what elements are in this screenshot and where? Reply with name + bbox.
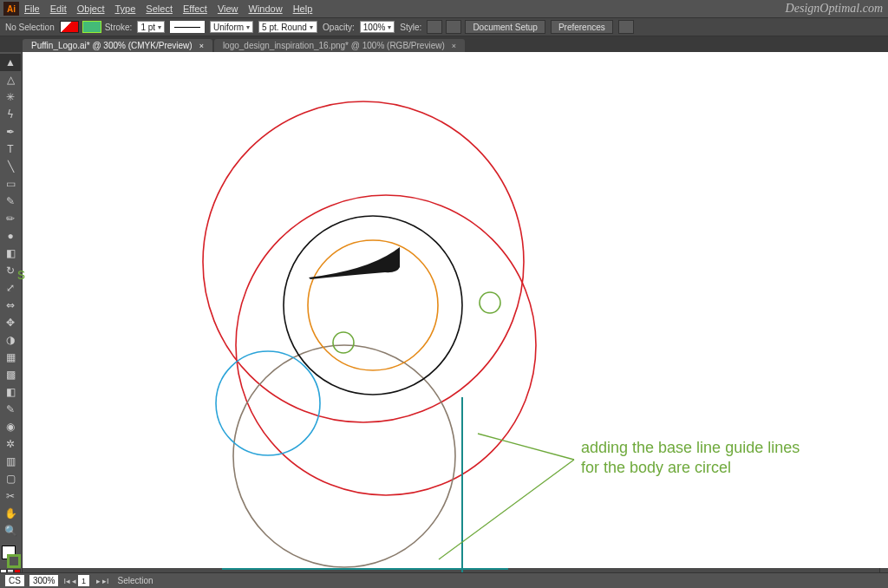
graphic-style-picker[interactable] bbox=[427, 20, 442, 34]
menu-edit[interactable]: Edit bbox=[50, 3, 67, 14]
app-logo: Ai bbox=[3, 2, 19, 16]
menu-window[interactable]: Window bbox=[249, 3, 283, 14]
status-bar: CS 300% I◂ ◂ 1 ▸ ▸I Selection bbox=[0, 572, 888, 588]
tab-inspiration[interactable]: logo_design_inspiration_16.png* @ 100% (… bbox=[214, 39, 465, 52]
lasso-tool[interactable]: ϟ bbox=[0, 106, 21, 123]
pen-tool[interactable]: ✒ bbox=[0, 123, 21, 140]
stroke-label: Stroke: bbox=[105, 23, 133, 32]
svg-point-7 bbox=[333, 332, 354, 353]
shape-builder-tool[interactable]: ◑ bbox=[0, 331, 21, 349]
artboard[interactable]: s adding the base line guide lines for t… bbox=[23, 52, 888, 568]
width-tool[interactable]: ⇔ bbox=[0, 297, 21, 314]
eraser-tool[interactable]: ◧ bbox=[0, 245, 21, 262]
menu-effect[interactable]: Effect bbox=[183, 3, 207, 14]
document-tab-bar: Puffin_Logo.ai* @ 300% (CMYK/Preview) × … bbox=[0, 36, 888, 52]
annotation-text: adding the base line guide lines for the… bbox=[581, 438, 800, 477]
first-icon[interactable]: I◂ bbox=[63, 577, 70, 585]
preferences-button[interactable]: Preferences bbox=[551, 20, 613, 34]
annotation-line-1: adding the base line guide lines bbox=[581, 438, 800, 458]
type-tool[interactable]: T bbox=[0, 140, 21, 158]
svg-point-6 bbox=[480, 292, 500, 313]
last-icon[interactable]: ▸I bbox=[102, 577, 109, 585]
stroke-weight-field[interactable]: 1 pt bbox=[137, 21, 165, 33]
slice-tool[interactable]: ✂ bbox=[0, 487, 21, 505]
svg-point-0 bbox=[203, 101, 524, 422]
pencil-tool[interactable]: ✏ bbox=[0, 210, 21, 227]
menu-select[interactable]: Select bbox=[146, 3, 173, 14]
stroke-uniform-field[interactable]: Uniform bbox=[210, 21, 253, 33]
close-icon[interactable]: × bbox=[452, 42, 456, 50]
opacity-field[interactable]: 100% bbox=[360, 21, 395, 33]
tools-panel: ▲△✳ϟ✒T╲▭✎✏●◧↻⤢⇔✥◑▦▩◧✎◉✲▥▢✂✋🔍 bbox=[0, 52, 23, 586]
svg-point-3 bbox=[216, 351, 320, 455]
fill-stroke-indicator[interactable] bbox=[1, 545, 22, 569]
artwork-svg bbox=[23, 52, 888, 572]
blend-tool[interactable]: ◉ bbox=[0, 418, 21, 435]
annotation-line-2: for the body are circel bbox=[581, 458, 800, 478]
stroke-swatch[interactable] bbox=[82, 21, 101, 33]
selection-state-label: No Selection bbox=[5, 23, 55, 32]
style-label: Style: bbox=[400, 23, 421, 32]
recolor-button[interactable] bbox=[446, 20, 461, 34]
next-icon[interactable]: ▸ bbox=[96, 577, 101, 585]
rectangle-tool[interactable]: ▭ bbox=[0, 175, 21, 193]
menu-view[interactable]: View bbox=[218, 3, 238, 14]
menu-object[interactable]: Object bbox=[77, 3, 105, 14]
blob-brush-tool[interactable]: ● bbox=[0, 227, 21, 245]
svg-point-5 bbox=[308, 240, 438, 370]
mesh-tool[interactable]: ▩ bbox=[0, 366, 21, 383]
tab-label: Puffin_Logo.ai* @ 300% (CMYK/Preview) bbox=[31, 41, 193, 50]
free-transform-tool[interactable]: ✥ bbox=[0, 314, 21, 331]
line-tool[interactable]: ╲ bbox=[0, 158, 21, 175]
fill-swatch[interactable] bbox=[60, 21, 79, 33]
stroke-proxy[interactable] bbox=[7, 554, 21, 568]
stroke-profile-picker[interactable] bbox=[170, 21, 205, 33]
artboard-nav[interactable]: I◂ ◂ 1 ▸ ▸I bbox=[63, 575, 108, 586]
perspective-tool[interactable]: ▦ bbox=[0, 349, 21, 366]
opacity-label: Opacity: bbox=[323, 23, 355, 32]
eyedropper-tool[interactable]: ✎ bbox=[0, 401, 21, 418]
direct-selection-tool[interactable]: △ bbox=[0, 71, 21, 88]
current-tool-label: Selection bbox=[118, 576, 153, 585]
prev-icon[interactable]: ◂ bbox=[72, 577, 76, 585]
svg-point-4 bbox=[284, 216, 462, 395]
paintbrush-tool[interactable]: ✎ bbox=[0, 193, 21, 210]
artboard-index[interactable]: 1 bbox=[78, 575, 89, 586]
control-bar: No Selection Stroke: 1 pt Uniform 5 pt. … bbox=[0, 17, 888, 36]
document-setup-button[interactable]: Document Setup bbox=[465, 20, 545, 34]
magic-wand-tool[interactable]: ✳ bbox=[0, 88, 21, 106]
annotation-fragment: s bbox=[17, 265, 25, 284]
tab-puffin-logo[interactable]: Puffin_Logo.ai* @ 300% (CMYK/Preview) × bbox=[23, 39, 212, 52]
canvas-area[interactable]: s adding the base line guide lines for t… bbox=[23, 52, 879, 571]
brush-definition-field[interactable]: 5 pt. Round bbox=[258, 21, 317, 33]
svg-line-11 bbox=[439, 460, 574, 559]
svg-point-1 bbox=[236, 195, 536, 495]
menu-type[interactable]: Type bbox=[115, 3, 136, 14]
close-icon[interactable]: × bbox=[199, 42, 204, 50]
menu-help[interactable]: Help bbox=[293, 3, 313, 14]
align-panel-button[interactable] bbox=[618, 20, 634, 34]
artboard-tool[interactable]: ▢ bbox=[0, 470, 21, 487]
menu-bar: Ai File Edit Object Type Select Effect V… bbox=[0, 0, 888, 17]
status-cs[interactable]: CS bbox=[5, 575, 24, 586]
svg-point-2 bbox=[233, 345, 455, 567]
symbol-sprayer-tool[interactable]: ✲ bbox=[0, 435, 21, 453]
tab-label: logo_design_inspiration_16.png* @ 100% (… bbox=[223, 41, 445, 50]
zoom-field[interactable]: 300% bbox=[29, 575, 59, 586]
zoom-tool[interactable]: 🔍 bbox=[0, 522, 21, 539]
svg-line-10 bbox=[478, 434, 574, 460]
menu-file[interactable]: File bbox=[24, 3, 40, 14]
selection-tool[interactable]: ▲ bbox=[0, 54, 21, 71]
column-graph-tool[interactable]: ▥ bbox=[0, 453, 21, 470]
gradient-tool[interactable]: ◧ bbox=[0, 383, 21, 401]
hand-tool[interactable]: ✋ bbox=[0, 505, 21, 522]
